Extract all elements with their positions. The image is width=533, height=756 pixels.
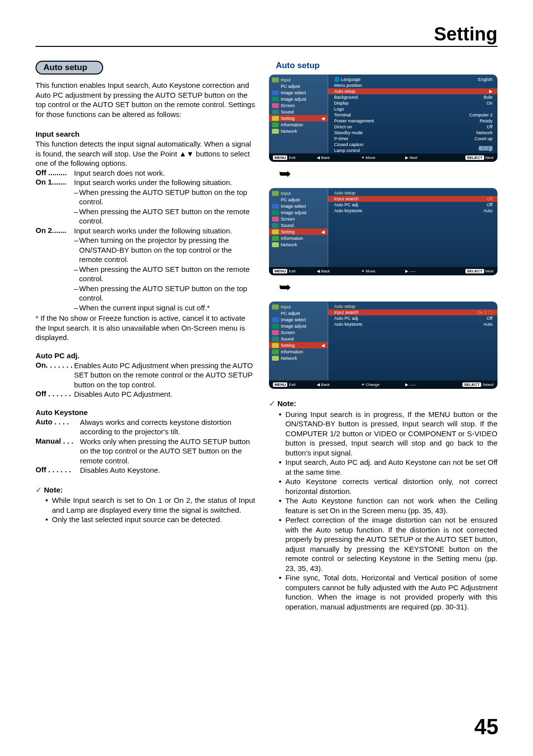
auto-setup-pill: Auto setup: [36, 61, 103, 75]
dash-item: When turning on the projector by pressin…: [74, 235, 255, 265]
heading-input-search: Input search: [36, 130, 255, 138]
left-column: Auto setup This function enables Input s…: [36, 61, 255, 611]
dash-item: When pressing the AUTO SETUP button on t…: [74, 188, 255, 207]
heading-auto-keystone: Auto Keystone: [36, 408, 255, 416]
autokey-manual: Manual . . . Works only when pressing th…: [36, 437, 255, 466]
osd-page-indicator: 1 / 2: [479, 146, 493, 151]
opt-on1: On 1....... Input search works under the…: [36, 178, 255, 188]
page-number: 45: [474, 715, 498, 739]
list-item: Only the last selected input source can …: [45, 515, 255, 525]
autopc-off: Off . . . . . . Disables Auto PC Adjustm…: [36, 389, 255, 399]
autokey-off: Off . . . . . . Disables Auto Keystone.: [36, 465, 255, 475]
list-item: During Input search is in progress, If t…: [279, 410, 497, 458]
dash-item: When pressing the AUTO SETUP button on t…: [74, 284, 255, 303]
right-column: Auto setup Input PC adjust Image select …: [269, 61, 497, 611]
osd-setting-menu: Input PC adjust Image select Image adjus…: [269, 75, 497, 162]
right-title: Auto setup: [276, 61, 497, 71]
osd-main-panel: 🌐 LanguageEnglish Menu position Auto set…: [328, 75, 497, 153]
intro-text: This function enables Input search, Auto…: [36, 80, 255, 119]
page-title: Setting: [36, 24, 497, 47]
right-note-heading: Note:: [269, 399, 497, 409]
input-search-desc: This function detects the input signal a…: [36, 139, 255, 168]
star-note: * If the No show or Freeze function is a…: [36, 313, 255, 342]
list-item: Perfect correction of the image distorti…: [279, 515, 497, 573]
dash-item: When pressing the AUTO SET button on the…: [74, 207, 255, 226]
flow-arrow-icon: ➥: [279, 165, 497, 182]
list-item: Fine sync, Total dots, Horizontal and Ve…: [279, 573, 497, 611]
opt-off: Off ......... Input search does not work…: [36, 168, 255, 178]
list-item: Input search, Auto PC adj. and Auto Keys…: [279, 457, 497, 477]
left-note-heading: Note:: [36, 485, 255, 495]
opt-on2: On 2....... Input search works under the…: [36, 226, 255, 236]
list-item: The Auto Keystone function can not work …: [279, 496, 497, 515]
osd-side-menu: Input PC adjust Image select Image adjus…: [269, 75, 328, 153]
list-item: Auto Keystone corrects vertical distorti…: [279, 477, 497, 496]
heading-auto-pc: Auto PC adj.: [36, 351, 255, 360]
flow-arrow-icon: ➥: [279, 278, 497, 296]
dash-item: When pressing the AUTO SET button on the…: [74, 265, 255, 284]
osd-auto-setup-off: Input PC adjust Image select Image adjus…: [269, 188, 497, 275]
autokey-auto: Auto . . . . Always works and corrects k…: [36, 417, 255, 437]
osd-auto-setup-on1: Input PC adjust Image select Image adjus…: [269, 302, 497, 389]
dash-item: When the current input signal is cut off…: [74, 303, 255, 313]
osd-footer: MENUExit ◀ Back ✦ Move ▶ Next SELECTNext: [269, 153, 497, 162]
autopc-on: On. . . . . . . Enables Auto PC Adjustme…: [36, 361, 255, 390]
list-item: While Input search is set to On 1 or On …: [45, 495, 255, 515]
